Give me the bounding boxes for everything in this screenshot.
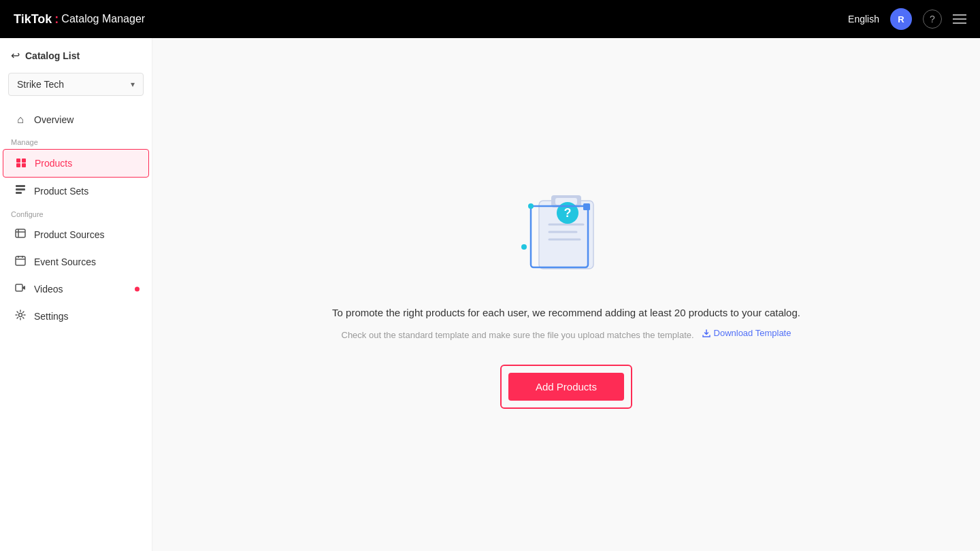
sidebar-item-videos[interactable]: Videos (3, 276, 149, 303)
logo-subtitle: Catalog Manager (61, 13, 145, 25)
svg-rect-5 (16, 188, 25, 190)
user-avatar[interactable]: R (890, 8, 912, 30)
notification-dot (135, 287, 140, 292)
sidebar-item-label: Settings (34, 311, 69, 322)
question-icon: ? (930, 14, 935, 24)
sidebar-item-label: Product Sets (34, 186, 88, 197)
videos-icon (14, 282, 27, 296)
empty-state: ? To promote the right products for each… (332, 180, 800, 409)
sidebar-item-label: Products (35, 158, 72, 169)
svg-rect-3 (22, 163, 26, 167)
catalog-list-label: Catalog List (25, 50, 80, 61)
download-template-link[interactable]: Download Template (702, 327, 791, 341)
back-icon: ↩ (11, 49, 20, 62)
empty-state-illustration: ? (505, 180, 627, 289)
sidebar: ↩ Catalog List Strike Tech ▾ ⌂ Overview … (0, 38, 152, 551)
home-icon: ⌂ (14, 114, 27, 126)
svg-rect-0 (16, 158, 20, 163)
sidebar-item-label: Videos (34, 284, 63, 295)
svg-rect-7 (16, 229, 25, 237)
sidebar-item-settings[interactable]: Settings (3, 303, 149, 330)
sidebar-item-product-sources[interactable]: Product Sources (3, 221, 149, 248)
sidebar-item-label: Overview (34, 114, 74, 125)
products-icon (14, 156, 28, 170)
svg-rect-4 (16, 185, 25, 187)
main-content: ? To promote the right products for each… (152, 38, 980, 551)
manage-section-label: Manage (0, 133, 152, 149)
sidebar-item-overview[interactable]: ⌂ Overview (3, 107, 149, 133)
subtitle-prefix: Check out the standard template and make… (342, 330, 694, 340)
logo-brand: TikTok (14, 12, 52, 27)
language-selector[interactable]: English (848, 14, 879, 24)
product-sources-icon (14, 228, 27, 241)
product-sets-icon (14, 184, 27, 198)
sidebar-item-product-sets[interactable]: Product Sets (3, 178, 149, 205)
chevron-down-icon: ▾ (131, 80, 135, 89)
svg-rect-2 (16, 163, 20, 167)
download-icon (702, 329, 711, 338)
configure-section-label: Configure (0, 205, 152, 221)
event-sources-icon (14, 255, 27, 269)
menu-button[interactable] (953, 14, 966, 24)
svg-rect-10 (16, 256, 25, 265)
svg-text:?: ? (564, 206, 571, 220)
app-logo: TikTok: Catalog Manager (14, 12, 145, 27)
help-button[interactable]: ? (923, 10, 942, 29)
sidebar-item-label: Product Sources (34, 229, 105, 240)
sidebar-item-products[interactable]: Products (3, 149, 149, 178)
empty-state-subtitle: Check out the standard template and make… (342, 327, 791, 343)
logo-colon: : (54, 12, 59, 27)
settings-icon (14, 310, 27, 323)
svg-point-25 (528, 203, 534, 209)
app-header: TikTok: Catalog Manager English R ? (0, 0, 980, 38)
catalog-selector[interactable]: Strike Tech ▾ (8, 73, 144, 96)
svg-rect-26 (583, 203, 590, 210)
main-layout: ↩ Catalog List Strike Tech ▾ ⌂ Overview … (0, 38, 980, 551)
catalog-list-link[interactable]: ↩ Catalog List (0, 49, 152, 73)
svg-rect-1 (22, 158, 26, 163)
svg-rect-6 (16, 192, 22, 194)
catalog-name: Strike Tech (17, 79, 64, 90)
download-template-label: Download Template (714, 327, 791, 341)
sidebar-item-label: Event Sources (34, 256, 96, 267)
sidebar-item-event-sources[interactable]: Event Sources (3, 248, 149, 276)
svg-point-27 (521, 244, 527, 250)
header-actions: English R ? (848, 8, 966, 30)
svg-rect-14 (16, 284, 22, 291)
add-products-wrapper: Add Products (500, 365, 632, 409)
empty-state-title: To promote the right products for each u… (332, 305, 800, 321)
svg-point-15 (19, 314, 22, 317)
add-products-button[interactable]: Add Products (508, 373, 624, 401)
